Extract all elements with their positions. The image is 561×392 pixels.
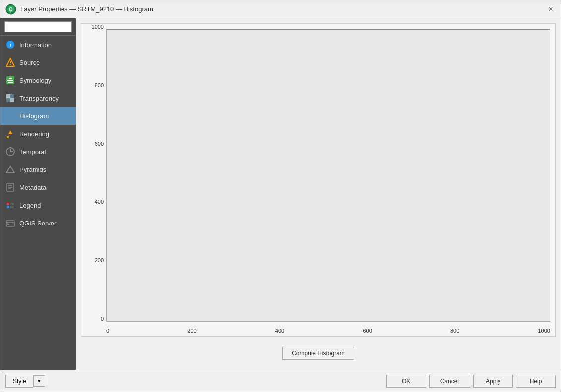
main-content: iInformationSourceSymbologyTransparencyH… [0, 18, 561, 370]
sidebar-item-pyramids[interactable]: Pyramids [0, 161, 76, 178]
bottom-bar: Style ▼ OK Cancel Apply Help [0, 370, 561, 392]
svg-rect-15 [7, 136, 9, 138]
window-title: Layer Properties — SRTM_9210 — Histogram [20, 5, 153, 13]
sidebar-items-container: iInformationSourceSymbologyTransparencyH… [0, 36, 76, 232]
x-axis-label: 200 [187, 328, 196, 334]
metadata-icon [5, 182, 15, 192]
sidebar-item-qgis-server[interactable]: QGIS Server [0, 214, 76, 232]
transparency-icon [5, 93, 15, 103]
svg-rect-9 [7, 80, 13, 81]
cancel-button[interactable]: Cancel [429, 375, 470, 388]
pyramids-icon [5, 165, 15, 174]
y-axis-label: 800 [95, 82, 104, 88]
svg-rect-14 [10, 98, 14, 102]
y-axis-label: 200 [95, 257, 104, 263]
sidebar-item-source[interactable]: Source [0, 54, 76, 71]
svg-rect-10 [9, 78, 12, 79]
chart-plot-area [106, 29, 550, 322]
svg-text:Q: Q [9, 7, 13, 12]
content-area: 10008006004002000 02004006008001000 Comp… [76, 18, 561, 370]
information-icon: i [5, 40, 15, 50]
pyramids-label: Pyramids [19, 166, 46, 173]
titlebar-left: Q Layer Properties — SRTM_9210 — Histogr… [5, 4, 153, 15]
search-box [0, 18, 76, 36]
sidebar-item-transparency[interactable]: Transparency [0, 89, 76, 107]
histogram-chart: 10008006004002000 02004006008001000 [81, 23, 556, 337]
qgis-server-label: QGIS Server [19, 220, 56, 227]
x-axis-label: 400 [275, 328, 284, 334]
ok-button[interactable]: OK [386, 375, 426, 388]
close-button[interactable]: × [546, 4, 556, 14]
svg-point-7 [10, 64, 11, 65]
y-axis-label: 600 [95, 141, 104, 147]
titlebar: Q Layer Properties — SRTM_9210 — Histogr… [0, 0, 561, 18]
compute-histogram-button[interactable]: Compute Histogram [282, 347, 354, 360]
svg-rect-13 [6, 94, 10, 98]
chevron-down-icon: ▼ [37, 378, 42, 384]
x-axis-label: 600 [363, 328, 372, 334]
action-buttons: OK Cancel Apply Help [386, 375, 556, 388]
qgis-logo-icon: Q [5, 4, 16, 15]
information-label: Information [19, 41, 52, 49]
rendering-icon [5, 129, 15, 139]
sidebar-item-rendering[interactable]: Rendering [0, 125, 76, 143]
sidebar-item-metadata[interactable]: Metadata [0, 178, 76, 196]
chart-top-line [107, 29, 550, 30]
histogram-icon [5, 111, 15, 121]
y-axis-label: 0 [101, 316, 104, 322]
svg-marker-16 [8, 130, 12, 134]
rendering-label: Rendering [19, 130, 49, 138]
source-icon [5, 57, 15, 67]
style-dropdown-button[interactable]: ▼ [33, 375, 45, 387]
x-axis-label: 1000 [538, 328, 550, 334]
source-label: Source [19, 59, 40, 66]
symbology-icon [5, 75, 15, 85]
legend-icon [5, 200, 15, 210]
temporal-label: Temporal [19, 148, 46, 156]
main-window: Q Layer Properties — SRTM_9210 — Histogr… [0, 0, 561, 392]
temporal-icon [5, 147, 15, 157]
apply-button[interactable]: Apply [473, 375, 513, 388]
x-axis-label: 800 [450, 328, 459, 334]
svg-rect-26 [7, 206, 9, 208]
chart-inner [106, 29, 550, 322]
style-button-group: Style ▼ [5, 375, 45, 388]
svg-rect-31 [7, 224, 9, 225]
help-button[interactable]: Help [516, 375, 556, 388]
sidebar-item-symbology[interactable]: Symbology [0, 71, 76, 89]
sidebar: iInformationSourceSymbologyTransparencyH… [0, 18, 76, 370]
sidebar-item-temporal[interactable]: Temporal [0, 143, 76, 161]
svg-rect-11 [8, 82, 13, 83]
sidebar-item-information[interactable]: iInformation [0, 36, 76, 54]
symbology-label: Symbology [19, 77, 51, 84]
style-button[interactable]: Style [5, 375, 33, 388]
y-axis-label: 400 [95, 199, 104, 205]
svg-rect-25 [7, 203, 9, 205]
legend-label: Legend [19, 202, 41, 209]
y-axis-label: 1000 [92, 24, 104, 30]
x-axis: 02004006008001000 [106, 322, 550, 336]
y-axis: 10008006004002000 [81, 24, 106, 322]
qgis-server-icon [5, 218, 15, 228]
x-axis-label: 0 [106, 328, 109, 334]
transparency-label: Transparency [19, 95, 59, 102]
sidebar-item-legend[interactable]: Legend [0, 196, 76, 214]
sidebar-item-histogram[interactable]: Histogram [0, 107, 76, 125]
metadata-label: Metadata [19, 184, 46, 191]
svg-text:i: i [9, 42, 11, 48]
histogram-label: Histogram [19, 112, 49, 120]
svg-marker-20 [6, 166, 14, 173]
search-input[interactable] [4, 21, 72, 32]
compute-button-row: Compute Histogram [81, 347, 556, 360]
